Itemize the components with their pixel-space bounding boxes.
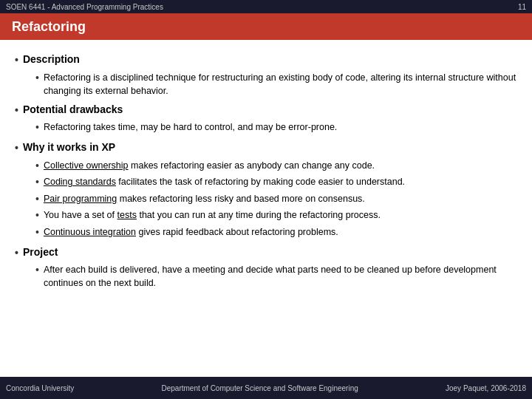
xp-item-3: • You have a set of tests that you can r… [35, 208, 517, 223]
xp-item-4: • Continuous integration gives rapid fee… [35, 225, 517, 240]
slide-header: Refactoring [0, 13, 532, 40]
section-description: • Description • Refactoring is a discipl… [15, 53, 517, 98]
section-label-drawbacks: Potential drawbacks [23, 103, 123, 115]
xp-item-0: • Collective ownership makes refactoring… [35, 159, 517, 174]
sub-bullet-xp-0: • [35, 159, 39, 174]
footer-center: Department of Computer Science and Softw… [162, 384, 358, 392]
xp-text-4: Continuous integration gives rapid feedb… [44, 225, 517, 239]
section-label-project: Project [23, 246, 58, 258]
bullet-drawbacks: • [15, 103, 18, 118]
footer: Concordia University Department of Compu… [0, 377, 532, 399]
section-title-project: • Project [15, 246, 517, 261]
description-text-0: Refactoring is a disciplined technique f… [44, 71, 517, 98]
sub-bullet-xp-3: • [35, 208, 39, 223]
xp-suffix-4: gives rapid feedback about refactoring p… [136, 227, 338, 237]
bullet-description: • [15, 53, 18, 68]
section-why-xp: • Why it works in XP • Collective owners… [15, 141, 517, 240]
footer-left: Concordia University [6, 384, 74, 392]
xp-item-2: • Pair programming makes refactoring les… [35, 192, 517, 207]
slide-title: Refactoring [12, 19, 86, 35]
sub-bullet-0: • [35, 71, 39, 86]
section-title-drawbacks: • Potential drawbacks [15, 103, 517, 118]
sub-bullet-xp-2: • [35, 192, 39, 207]
footer-right: Joey Paquet, 2006-2018 [446, 384, 526, 392]
project-text-0: After each build is delivered, have a me… [44, 263, 517, 290]
xp-suffix-2: makes refactoring less risky and based m… [117, 194, 365, 204]
bullet-why-xp: • [15, 141, 18, 156]
xp-link-0[interactable]: Collective ownership [44, 160, 129, 171]
section-label-why-xp: Why it works in XP [23, 141, 115, 153]
project-item-0: • After each build is delivered, have a … [35, 263, 517, 290]
xp-link-3[interactable]: tests [117, 210, 137, 220]
sub-bullet-xp-4: • [35, 225, 39, 240]
xp-text-0: Collective ownership makes refactoring e… [44, 159, 517, 172]
sub-bullet-project-0: • [35, 263, 39, 278]
section-project: • Project • After each build is delivere… [15, 246, 517, 290]
xp-prefix-3: You have a set of [44, 210, 117, 220]
xp-link-4[interactable]: Continuous integration [44, 227, 136, 237]
bullet-project: • [15, 246, 18, 261]
top-bar: SOEN 6441 - Advanced Programming Practic… [0, 0, 532, 13]
xp-text-3: You have a set of tests that you can run… [44, 208, 517, 222]
xp-link-1[interactable]: Coding standards [44, 177, 116, 187]
xp-link-2[interactable]: Pair programming [44, 194, 117, 204]
description-item-0: • Refactoring is a disciplined technique… [35, 71, 517, 98]
slide-number: 11 [518, 3, 526, 11]
section-title-description: • Description [15, 53, 517, 68]
xp-suffix-1: facilitates the task of refactoring by m… [116, 177, 405, 187]
drawbacks-item-0: • Refactoring takes time, may be hard to… [35, 120, 517, 135]
xp-text-1: Coding standards facilitates the task of… [44, 175, 517, 188]
xp-suffix-3: that you can run at any time during the … [137, 210, 381, 220]
xp-text-2: Pair programming makes refactoring less … [44, 192, 517, 205]
xp-suffix-0: makes refactoring easier as anybody can … [129, 160, 375, 171]
section-drawbacks: • Potential drawbacks • Refactoring take… [15, 103, 517, 135]
sub-bullet-xp-1: • [35, 175, 39, 190]
slide-content: • Description • Refactoring is a discipl… [0, 40, 532, 377]
section-label-description: Description [23, 53, 80, 65]
xp-item-1: • Coding standards facilitates the task … [35, 175, 517, 190]
drawbacks-text-0: Refactoring takes time, may be hard to c… [44, 120, 517, 134]
section-title-why-xp: • Why it works in XP [15, 141, 517, 156]
sub-bullet-drawbacks-0: • [35, 120, 39, 135]
course-title: SOEN 6441 - Advanced Programming Practic… [6, 3, 163, 11]
